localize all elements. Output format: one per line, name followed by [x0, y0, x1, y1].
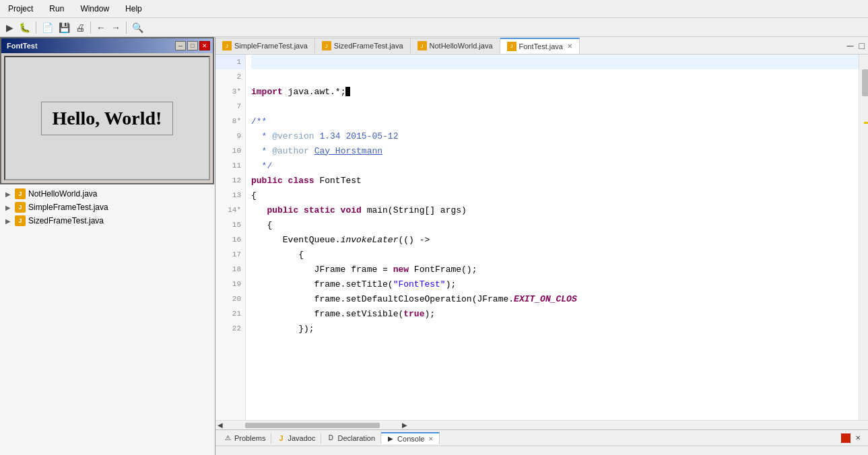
file-name: SizedFrameTest.java — [28, 216, 104, 225]
code-line-16: EventQueue.invokeLater(() -> — [251, 232, 859, 247]
code-line-7 — [251, 99, 859, 114]
menu-project[interactable]: Project — [5, 3, 36, 15]
line-num-8: 8* — [215, 114, 245, 129]
code-line-19: frame.setTitle("FontTest"); — [251, 277, 859, 291]
line-num-13: 13 — [215, 188, 245, 203]
code-line-22: }); — [251, 321, 859, 336]
tab-javadoc-label: Javadoc — [288, 434, 315, 442]
tab-java-icon: J — [322, 41, 331, 50]
bottom-controls: ✕ — [838, 433, 865, 443]
javadoc-icon: J — [277, 434, 285, 442]
line-num-14: 14* — [215, 203, 245, 217]
file-name: NotHelloWorld.java — [28, 189, 98, 199]
toolbar-save-btn[interactable]: 💾 — [57, 21, 72, 34]
code-line-8: /** — [251, 114, 859, 129]
toolbar-sep-3 — [126, 22, 127, 34]
line-num-16: 16 — [215, 232, 245, 247]
eclipse-ide: Project Run Window Help ▶ 🐛 📄 💾 🖨 ← → 🔍 … — [0, 0, 868, 455]
line-num-7: 7 — [215, 99, 245, 114]
right-panel: J SimpleFrameTest.java J SizedFrameTest.… — [215, 37, 868, 455]
code-line-14: public static void main(String[] args) — [251, 203, 859, 217]
eclipse-toolbar: ▶ 🐛 📄 💾 🖨 ← → 🔍 — [0, 18, 868, 37]
code-line-18: JFrame frame = new FontFrame(); — [251, 262, 859, 277]
code-line-11: */ — [251, 158, 859, 173]
code-line-3: import java.awt.*; — [251, 84, 859, 99]
editor-scrollbar[interactable] — [859, 55, 868, 420]
tab-console-label: Console — [397, 435, 424, 443]
minimize-editor-btn[interactable]: ─ — [845, 39, 856, 53]
h-scroll-left-btn[interactable]: ◀ — [215, 420, 225, 430]
tab-simpleframetest[interactable]: J SimpleFrameTest.java — [215, 38, 315, 53]
tab-javadoc[interactable]: J Javadoc — [271, 433, 321, 444]
toolbar-print-btn[interactable]: 🖨 — [73, 21, 87, 34]
code-line-9: * @version 1.34 2015-05-12 — [251, 129, 859, 143]
tab-console[interactable]: ▶ Console ✕ — [381, 432, 440, 444]
code-content[interactable]: import java.awt.*; /** * @version 1.34 2… — [246, 55, 859, 420]
code-line-13: { — [251, 188, 859, 203]
line-num-1: 1 — [215, 55, 245, 69]
maximize-editor-btn[interactable]: □ — [857, 39, 867, 53]
tab-problems[interactable]: ⚠ Problems — [218, 433, 271, 444]
menu-window[interactable]: Window — [77, 3, 112, 15]
menu-help[interactable]: Help — [123, 3, 145, 15]
list-item[interactable]: ▶ J SizedFrameTest.java — [3, 214, 212, 228]
line-num-12: 12 — [215, 173, 245, 188]
toolbar-search-btn[interactable]: 🔍 — [130, 21, 145, 34]
list-item[interactable]: ▶ J SimpleFrameTest.java — [3, 201, 212, 214]
app-titlebar-buttons: ─ □ ✕ — [175, 41, 210, 50]
app-window: FontTest ─ □ ✕ Hello, World! — [0, 37, 214, 184]
tab-declaration[interactable]: D Declaration — [321, 433, 381, 444]
tab-sizedframetest[interactable]: J SizedFrameTest.java — [315, 38, 411, 53]
toolbar-sep-1 — [36, 22, 36, 34]
line-num-9: 9 — [215, 129, 245, 143]
toolbar-new-btn[interactable]: 📄 — [40, 21, 55, 34]
code-line-1 — [251, 55, 859, 69]
file-name: SimpleFrameTest.java — [28, 203, 108, 212]
toolbar-run-btn[interactable]: ▶ — [4, 21, 15, 34]
tab-nothelloworld[interactable]: J NotHelloWorld.java — [411, 38, 500, 53]
h-scroll-thumb[interactable] — [245, 423, 380, 428]
h-scroll-right-btn[interactable]: ▶ — [400, 420, 409, 430]
java-file-icon: J — [15, 188, 26, 199]
line-num-21: 21 — [215, 306, 245, 321]
app-title: FontTest — [4, 42, 175, 50]
expand-icon: ▶ — [5, 190, 12, 198]
app-minimize-btn[interactable]: ─ — [175, 41, 186, 50]
code-line-15: { — [251, 217, 859, 232]
toolbar-debug-btn[interactable]: 🐛 — [17, 21, 32, 34]
code-line-17: { — [251, 247, 859, 262]
tab-close-icon[interactable]: ✕ — [567, 42, 572, 50]
menu-run[interactable]: Run — [46, 3, 67, 15]
bottom-close-btn[interactable]: ✕ — [853, 433, 863, 443]
line-num-3: 3* — [215, 84, 245, 99]
tab-label: SimpleFrameTest.java — [234, 42, 308, 50]
line-num-20: 20 — [215, 291, 245, 306]
horizontal-scrollbar[interactable]: ◀ ▶ — [215, 420, 868, 429]
tab-problems-label: Problems — [234, 434, 265, 442]
app-close-btn[interactable]: ✕ — [199, 41, 210, 50]
scroll-thumb[interactable] — [862, 69, 868, 96]
tab-controls: ─ □ — [844, 38, 868, 54]
console-tab-close-icon[interactable]: ✕ — [428, 435, 434, 442]
java-file-icon: J — [15, 215, 26, 226]
code-line-20: frame.setDefaultCloseOperation(JFrame.EX… — [251, 291, 859, 306]
bottom-panel: ⚠ Problems J Javadoc D Declaration ▶ Con… — [215, 429, 868, 455]
problems-icon: ⚠ — [224, 434, 232, 442]
app-content: Hello, World! — [4, 56, 210, 180]
code-line-12: public class FontTest — [251, 173, 859, 188]
line-num-15: 15 — [215, 217, 245, 232]
editor-tabs: J SimpleFrameTest.java J SizedFrameTest.… — [215, 37, 868, 55]
toolbar-fwd-btn[interactable]: → — [109, 21, 123, 34]
app-maximize-btn[interactable]: □ — [187, 41, 198, 50]
toolbar-back-btn[interactable]: ← — [94, 21, 108, 34]
tab-fonttest[interactable]: J FontTest.java ✕ — [500, 38, 580, 54]
eclipse-main: FontTest ─ □ ✕ Hello, World! ▶ J NotHell… — [0, 37, 868, 455]
tab-label: FontTest.java — [519, 42, 563, 50]
line-num-2: 2 — [215, 69, 245, 84]
tab-java-icon: J — [418, 41, 427, 50]
code-line-2 — [251, 69, 859, 84]
list-item[interactable]: ▶ J NotHelloWorld.java — [3, 187, 212, 201]
console-stop-btn[interactable] — [841, 433, 850, 443]
tab-java-icon: J — [222, 41, 232, 50]
toolbar-sep-2 — [90, 22, 91, 34]
